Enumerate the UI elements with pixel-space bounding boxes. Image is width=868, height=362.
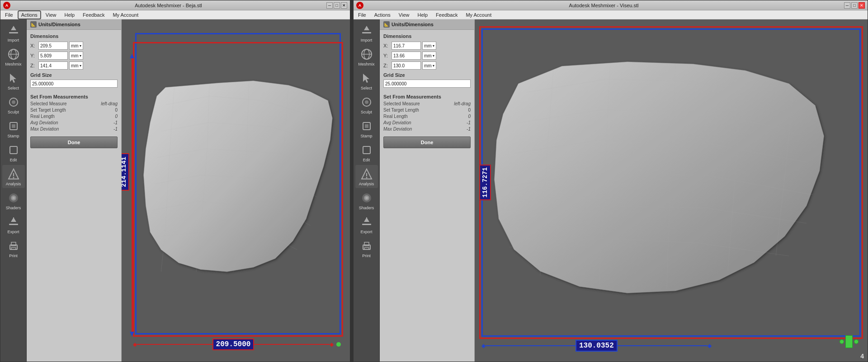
field-unit-z-viseu[interactable]: mm	[422, 61, 436, 70]
meas-real-key-viseu: Real Length	[383, 114, 408, 119]
svg-point-16	[12, 197, 15, 199]
meas-selected-key-beja: Selected Measure	[30, 101, 67, 106]
shaders-icon	[6, 191, 21, 205]
meas-selected-val-beja: left-drag	[101, 101, 118, 106]
toolbar-beja: Import Meshmix Select Sculpt	[0, 19, 27, 362]
print-label: Print	[9, 254, 18, 258]
edit-icon-viseu	[359, 143, 374, 157]
menu-actions-viseu[interactable]: Actions	[372, 11, 393, 19]
meshmix-icon	[6, 47, 21, 61]
menu-feedback-viseu[interactable]: Feedback	[433, 11, 460, 19]
tool-select-beja[interactable]: Select	[2, 69, 25, 92]
tool-import-viseu[interactable]: Import	[355, 21, 378, 44]
svg-rect-32	[365, 124, 368, 128]
menu-actions-beja[interactable]: Actions	[19, 11, 40, 19]
dimensions-title-viseu: Dimensions	[383, 33, 471, 39]
panel-content-beja: Dimensions X: mm Y: mm Z: mm Grid Size	[27, 30, 121, 362]
meas-real-val-beja: 0	[115, 114, 118, 119]
svg-marker-1	[11, 26, 16, 30]
field-input-x-viseu[interactable]	[392, 42, 421, 50]
field-label-z-viseu: Z:	[383, 63, 392, 68]
grid-size-input-viseu[interactable]	[383, 80, 471, 88]
minimize-btn-viseu[interactable]: ─	[844, 2, 850, 9]
sculpt-label: Sculpt	[8, 110, 19, 114]
field-unit-x-beja[interactable]: mm	[69, 42, 83, 50]
grid-size-input-beja[interactable]	[30, 80, 118, 88]
tool-edit-viseu[interactable]: Edit	[355, 141, 378, 164]
field-input-y-beja[interactable]	[38, 52, 68, 60]
restore-btn-beja[interactable]: □	[334, 2, 340, 9]
dimensions-title-beja: Dimensions	[30, 33, 118, 39]
field-row-z-viseu: Z: mm	[383, 61, 471, 70]
stamp-icon-viseu	[359, 119, 374, 133]
import-icon-viseu	[359, 23, 374, 38]
meas-avg-key-viseu: Avg Deviation	[383, 120, 411, 125]
vert-label-beja: 214.1141	[122, 153, 129, 190]
tool-export-viseu[interactable]: Export	[355, 213, 378, 236]
field-label-y-beja: Y:	[30, 53, 38, 58]
tool-edit-beja[interactable]: Edit	[2, 141, 25, 164]
menu-myaccount-viseu[interactable]: My Account	[463, 11, 494, 19]
tool-print-viseu[interactable]: Print	[355, 237, 378, 260]
minimize-btn-beja[interactable]: ─	[326, 2, 333, 9]
tool-sculpt-beja[interactable]: Sculpt	[2, 93, 25, 116]
tool-sculpt-viseu[interactable]: Sculpt	[355, 93, 378, 116]
grid-size-label-viseu: Grid Size	[383, 72, 471, 78]
tool-shaders-viseu[interactable]: Shaders	[355, 189, 378, 212]
import-label-v: Import	[361, 38, 373, 42]
right-markers-viseu	[840, 335, 859, 348]
analysis-icon	[6, 167, 21, 181]
stamp-icon	[6, 119, 21, 133]
menu-help-beja[interactable]: Help	[61, 11, 77, 19]
tool-stamp-viseu[interactable]: Stamp	[355, 117, 378, 140]
green-dot-beja	[336, 342, 341, 347]
field-unit-y-beja[interactable]: mm	[69, 52, 83, 60]
green-rect-viseu	[845, 335, 853, 348]
field-label-x-beja: X:	[30, 43, 38, 48]
menu-help-viseu[interactable]: Help	[415, 11, 430, 19]
done-btn-viseu[interactable]: Done	[383, 136, 471, 148]
edit-icon	[6, 143, 21, 157]
meshmix-label-v: Meshmix	[358, 62, 374, 66]
svg-rect-33	[363, 146, 370, 154]
app-logo-viseu: A	[356, 2, 363, 9]
svg-point-7	[12, 100, 15, 104]
field-unit-y-viseu[interactable]: mm	[422, 52, 436, 60]
field-row-y-viseu: Y: mm	[383, 52, 471, 60]
viewport-beja[interactable]: 214.1141 ◆ 209.5000 ◆	[122, 19, 350, 362]
tool-meshmix-beja[interactable]: Meshmix	[2, 45, 25, 68]
tool-meshmix-viseu[interactable]: Meshmix	[355, 45, 378, 68]
close-btn-beja[interactable]: ✕	[341, 2, 347, 9]
menu-view-beja[interactable]: View	[43, 11, 59, 19]
tool-analysis-viseu[interactable]: Analysis	[355, 165, 378, 188]
stamp-label-v: Stamp	[360, 134, 372, 138]
panel-header-icon-viseu: 📐	[383, 21, 390, 28]
field-input-z-viseu[interactable]	[392, 61, 421, 70]
tool-stamp-beja[interactable]: Stamp	[2, 117, 25, 140]
field-unit-z-beja[interactable]: mm	[69, 61, 83, 70]
tool-export-beja[interactable]: Export	[2, 213, 25, 236]
menu-file-viseu[interactable]: File	[355, 11, 369, 19]
stamp-label: Stamp	[7, 134, 19, 138]
field-input-x-beja[interactable]	[38, 42, 68, 50]
menu-feedback-beja[interactable]: Feedback	[80, 11, 107, 19]
tool-select-viseu[interactable]: Select	[355, 69, 378, 92]
tool-print-beja[interactable]: Print	[2, 237, 25, 260]
field-input-z-beja[interactable]	[38, 61, 68, 70]
tool-import-beja[interactable]: Import	[2, 21, 25, 44]
tool-analysis-beja[interactable]: Analysis	[2, 165, 25, 188]
field-unit-x-viseu[interactable]: mm	[422, 42, 436, 50]
restore-btn-viseu[interactable]: □	[851, 2, 858, 9]
meas-target-val-beja: 0	[115, 108, 118, 113]
panel-header-icon-beja: 📐	[30, 21, 37, 28]
viewport-viseu[interactable]: 116.7271 ◆ 130.0352 ◆ 4	[475, 19, 868, 362]
menu-myaccount-beja[interactable]: My Account	[110, 11, 141, 19]
menu-file-beja[interactable]: File	[2, 11, 16, 19]
select-label-v: Select	[361, 86, 372, 90]
done-btn-beja[interactable]: Done	[30, 136, 118, 148]
menu-view-viseu[interactable]: View	[396, 11, 412, 19]
close-btn-viseu[interactable]: ✕	[859, 2, 865, 9]
field-row-z-beja: Z: mm	[30, 61, 118, 70]
tool-shaders-beja[interactable]: Shaders	[2, 189, 25, 212]
field-input-y-viseu[interactable]	[392, 52, 421, 60]
